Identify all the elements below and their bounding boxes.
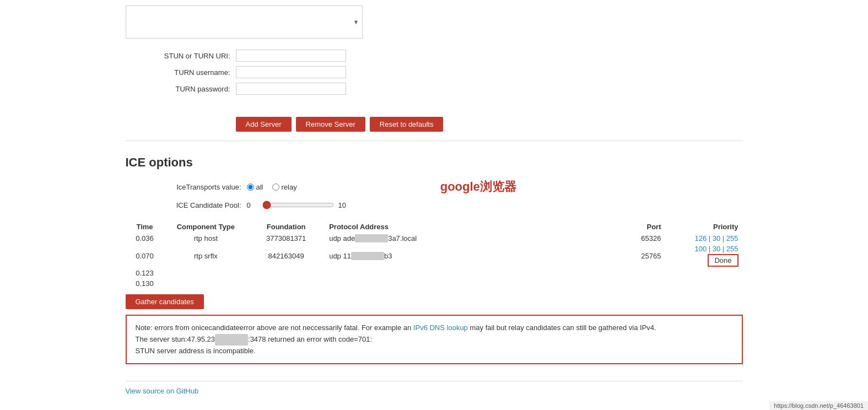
cell-time: 0.036 — [126, 233, 164, 244]
col-header-protocol-address: Protocol Address — [325, 220, 614, 233]
server-form-section: STUN or TURN URI: TURN username: TURN pa… — [126, 44, 743, 108]
error-stun-text: STUN server address is incompatible. — [136, 347, 256, 355]
priority-link[interactable]: 126 | 30 | 255 — [694, 234, 738, 242]
footer: View source on GitHub — [126, 387, 743, 395]
reset-defaults-button[interactable]: Reset to defaults — [370, 117, 444, 132]
cell-priority — [665, 268, 742, 278]
radio-all-text: all — [256, 183, 263, 191]
cell-comp — [164, 268, 248, 278]
cell-port — [614, 278, 665, 289]
add-server-button[interactable]: Add Server — [236, 117, 292, 132]
cell-proto: udp 11 b3 — [325, 244, 614, 268]
remove-server-button[interactable]: Remove Server — [296, 117, 365, 132]
footer-divider — [126, 381, 743, 381]
cell-port: 25765 — [614, 244, 665, 268]
server-select[interactable] — [126, 6, 363, 39]
col-header-time: Time — [126, 220, 164, 233]
radio-all-label[interactable]: all — [247, 183, 263, 191]
ice-options-title: ICE options — [126, 155, 743, 170]
cell-port — [614, 268, 665, 278]
cell-port: 65326 — [614, 233, 665, 244]
col-header-priority: Priority — [665, 220, 742, 233]
ice-pool-row: ICE Candidate Pool: 0 10 — [126, 201, 743, 209]
stun-uri-label: STUN or TURN URI: — [126, 52, 236, 60]
radio-all-input[interactable] — [247, 184, 254, 191]
table-row: 0.070 rtp srflx 842163049 udp 11 b3 2576… — [126, 244, 743, 268]
table-row: 0.036 rtp host 3773081371 udp ade 3a7.lo… — [126, 233, 743, 244]
turn-username-label: TURN username: — [126, 68, 236, 77]
cell-comp: rtp srflx — [164, 244, 248, 268]
turn-password-input[interactable] — [236, 83, 346, 95]
github-link[interactable]: View source on GitHub — [126, 387, 199, 395]
error-box: Note: errors from onicecandidateerror ab… — [126, 315, 743, 364]
candidates-table: Time Component Type Foundation Protocol … — [126, 220, 743, 289]
gather-section: Gather candidates — [126, 294, 743, 309]
cell-proto: udp ade 3a7.local — [325, 233, 614, 244]
col-header-port: Port — [614, 220, 665, 233]
cell-found — [247, 268, 325, 278]
cell-priority — [665, 278, 742, 289]
error-server-text: The server stun:47.95.23 :3478 returned … — [136, 335, 373, 343]
redacted-1 — [355, 234, 388, 242]
cell-comp: rtp host — [164, 233, 248, 244]
turn-password-label: TURN password: — [126, 85, 236, 93]
server-buttons-row: Add Server Remove Server Reset to defaul… — [126, 117, 743, 132]
ice-pool-value: 0 — [247, 201, 258, 209]
divider-1 — [126, 141, 743, 141]
table-row: 0.123 — [126, 268, 743, 278]
ice-options-section: ICE options IceTransports value: all rel… — [126, 147, 743, 370]
ice-transports-label: IceTransports value: — [126, 183, 247, 191]
ice-pool-label: ICE Candidate Pool: — [126, 201, 247, 209]
cell-priority: 126 | 30 | 255 — [665, 233, 742, 244]
radio-relay-input[interactable] — [272, 184, 279, 191]
google-annotation-text: google浏览器 — [440, 180, 516, 193]
turn-username-row: TURN username: — [126, 66, 743, 78]
cell-time: 0.070 — [126, 244, 164, 268]
cell-found: 842163049 — [247, 244, 325, 268]
ice-pool-max: 10 — [338, 201, 346, 209]
cell-found — [247, 278, 325, 289]
stun-uri-input[interactable] — [236, 50, 346, 62]
radio-relay-text: relay — [282, 183, 297, 191]
col-header-component-type: Component Type — [164, 220, 248, 233]
turn-username-input[interactable] — [236, 66, 346, 78]
radio-relay-label[interactable]: relay — [272, 183, 297, 191]
cell-comp — [164, 278, 248, 289]
ipv6-dns-link[interactable]: IPv6 DNS lookup — [413, 323, 468, 332]
ice-transports-row: IceTransports value: all relay google浏览器 — [126, 179, 743, 195]
error-note-text: Note: errors from onicecandidateerror ab… — [136, 323, 413, 332]
cell-priority: 100 | 30 | 255 Done — [665, 244, 742, 268]
ice-pool-slider-row: 0 10 — [247, 201, 346, 209]
col-header-foundation: Foundation — [247, 220, 325, 233]
done-badge: Done — [708, 254, 738, 267]
table-row: 0.130 — [126, 278, 743, 289]
cell-proto — [325, 268, 614, 278]
priority-link[interactable]: 100 | 30 | 255 — [694, 245, 738, 253]
error-note-continuation: may fail but relay candidates can still … — [468, 323, 656, 332]
cell-found: 3773081371 — [247, 233, 325, 244]
ice-pool-slider[interactable] — [262, 201, 334, 209]
server-select-wrapper[interactable]: ▼ — [126, 6, 363, 39]
ice-transports-radio-group: all relay — [247, 183, 297, 191]
server-select-section: ▼ — [126, 0, 743, 44]
table-header-row: Time Component Type Foundation Protocol … — [126, 220, 743, 233]
redacted-2 — [351, 252, 384, 260]
turn-password-row: TURN password: — [126, 83, 743, 95]
gather-candidates-button[interactable]: Gather candidates — [126, 294, 204, 309]
cell-proto — [325, 278, 614, 289]
candidates-section: Time Component Type Foundation Protocol … — [126, 220, 743, 289]
redacted-server-ip — [215, 334, 248, 346]
cell-time: 0.130 — [126, 278, 164, 289]
stun-uri-row: STUN or TURN URI: — [126, 50, 743, 62]
cell-time: 0.123 — [126, 268, 164, 278]
google-annotation: google浏览器 — [440, 179, 516, 195]
